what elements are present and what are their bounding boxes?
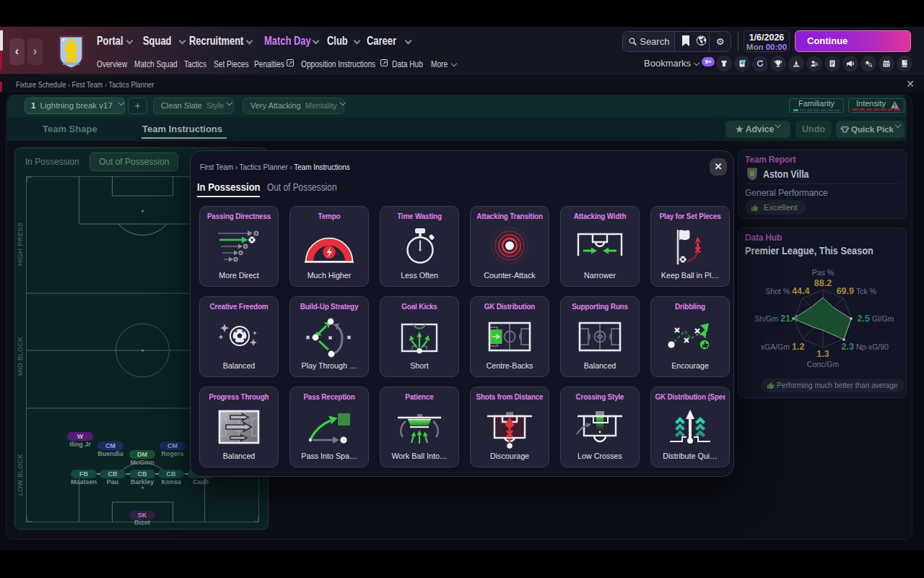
svg-text:Shot %: Shot % xyxy=(765,287,790,296)
svg-text:Np-xG/90: Np-xG/90 xyxy=(856,342,889,351)
svg-text:2.3: 2.3 xyxy=(842,342,854,352)
svg-text:21.4: 21.4 xyxy=(780,314,798,324)
svg-text:88.2: 88.2 xyxy=(814,278,832,288)
svg-text:69.9: 69.9 xyxy=(837,286,854,296)
svg-text:Pas %: Pas % xyxy=(812,268,834,277)
svg-text:44.4: 44.4 xyxy=(792,286,809,296)
svg-text:2.5: 2.5 xyxy=(858,314,870,324)
svg-text:1.3: 1.3 xyxy=(816,349,829,359)
svg-text:1.2: 1.2 xyxy=(792,342,804,352)
svg-text:xGA/Gm: xGA/Gm xyxy=(761,342,790,351)
svg-text:Sh/Gm: Sh/Gm xyxy=(754,314,778,323)
svg-text:Conc/Gm: Conc/Gm xyxy=(807,360,840,368)
svg-text:Gl/Gm: Gl/Gm xyxy=(872,314,894,323)
svg-text:Tck %: Tck % xyxy=(856,287,876,296)
